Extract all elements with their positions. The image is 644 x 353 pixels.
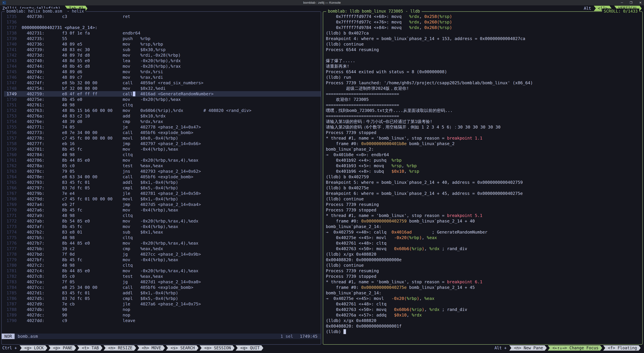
editor-line[interactable]: 1745402749:48 89 d6mov %rdx,%rsi — [4, 69, 321, 74]
keybind-label: QUIT — [250, 346, 260, 350]
terminal-line: → 0x402759 <+40>: callq 0x4016ad ; Gener… — [326, 229, 642, 235]
editor-code-area[interactable]: 1735402730:c3ret173617370000000000402731… — [2, 14, 321, 334]
editor-line[interactable]: 1760402784:48 98cltq — [4, 152, 321, 157]
editor-line[interactable]: 1741402739:48 83 ec 30sub $0x30,%rsp — [4, 47, 321, 52]
lldb-pane-title: bomblab: lldb bomb_linux 723005 - lldb — [326, 8, 422, 14]
terminal-line: 0x402763 <+50>: movq 0x60b6(%rip), %rdx … — [326, 246, 642, 252]
editor-line[interactable]: 176440278e:e8 63 34 00 00call 405bf6 <ex… — [4, 174, 321, 180]
editor-line[interactable]: 1751402761:48 98cltq — [4, 102, 321, 108]
editor-line[interactable]: 17744027b2:83 e8 01sub $0x1,%eax — [4, 229, 321, 235]
editor-line[interactable]: 1743402740:48 8d 55 e0lea -0x20(%rbp),%r… — [4, 58, 321, 63]
editor-line[interactable]: 1744402744:48 8b 45 d8mov -0x28(%rbp),%r… — [4, 63, 321, 69]
keybind-pill[interactable]: <←↑↓→> Change Focus — [548, 345, 602, 351]
keybind-key: <q> — [240, 346, 248, 350]
editor-line[interactable]: 17854027d1:83 45 fc 01addl $0x1,-0x4(%rb… — [4, 290, 321, 296]
terminal-line: Process 7739 resuming — [326, 268, 642, 274]
keybind-label: SEARCH — [180, 346, 195, 350]
keybind-pill[interactable]: <h> MOVE — [137, 345, 165, 351]
terminal-line: (lldb) run — [326, 74, 642, 80]
editor-line[interactable]: 17724027ab:8b 54 85 e0mov -0x20(%rbp,%ra… — [4, 218, 321, 224]
editor-line[interactable]: 1736 — [4, 19, 321, 25]
editor-line[interactable]: 1765402793:83 45 fc 01addl $0x1,-0x4(%rb… — [4, 180, 321, 185]
cursor-position: 1749:45 — [300, 334, 318, 339]
editor-line[interactable]: 17694027a4:eb 2fjmp 4027d5 <phase_2_14+0… — [4, 202, 321, 207]
editor-line[interactable]: 17370000000000402731 <phase_2_14>: — [4, 25, 321, 30]
terminal-line: Breakpoint 5: where = bomb_linux`phase_2… — [326, 180, 642, 185]
mode-indicator: NOR — [2, 334, 14, 339]
editor-line[interactable]: 17834027ca:7f 05jg 4027d1 <phase_2_14+0x… — [4, 279, 321, 285]
editor-line[interactable]: 17794027bf:8b 45 fcmov -0x4(%rbp),%eax — [4, 257, 321, 263]
close-button[interactable]: ✕ — [639, 1, 642, 4]
editor-line[interactable]: 1752402763:48 8b 15 b6 60 00 00mov 0x60b… — [4, 108, 321, 113]
editor-line[interactable]: 17704027a6:8b 45 fcmov -0x4(%rbp),%eax — [4, 207, 321, 213]
terminal-line: 0x7ffff7fd977c <+76>: movq %rdx, 0x260(%… — [326, 19, 642, 25]
terminal-line: (lldb) x/gx 0x408820 — [326, 252, 642, 257]
keybind-label: RESIZE — [118, 346, 132, 350]
editor-line[interactable]: 1757402778:c7 45 fc 00 00 00 00movl $0x0… — [4, 135, 321, 141]
keybind-key: <g> — [24, 346, 32, 350]
keybind-group-left: <g> LOCK <p> PANE <t> TAB <n> RESIZE <h>… — [20, 345, 264, 351]
editor-line[interactable]: 1759402781:8b 45 fcmov -0x4(%rbp),%eax — [4, 146, 321, 152]
keybind-label: LOCK — [34, 346, 44, 350]
editor-line[interactable]: 176340278c:79 05jns 402793 <phase_2_14+0… — [4, 169, 321, 174]
editor-line[interactable]: 17814027c4:8b 44 85 e0mov -0x20(%rbp,%ra… — [4, 268, 321, 274]
terminal-line: Process 6544 exited with status = 8 (0x0… — [326, 69, 642, 74]
editor-line[interactable]: 176740279b:7e e4jle 402781 <phase_2_14+0… — [4, 191, 321, 196]
editor-line[interactable]: 174740274f:e8 5b 32 00 00call 4059af <re… — [4, 80, 321, 86]
editor-line[interactable]: 176840279d:c7 45 fc 01 00 00 00movl $0x1… — [4, 196, 321, 202]
keybind-pill[interactable]: <f> Floating — [603, 345, 641, 351]
editor-line[interactable]: 175040275e:8b 45 e0mov -0x20(%rbp),%eax — [4, 97, 321, 102]
editor-line[interactable]: 17764027b7:8b 44 85 e0mov -0x20(%rbp,%ra… — [4, 240, 321, 246]
editor-line[interactable]: 1740402736:48 89 e5mov %rsp,%rbp — [4, 41, 321, 47]
keybind-pill[interactable]: <n> RESIZE — [104, 345, 136, 351]
keybind-pill[interactable]: <g> LOCK — [20, 345, 48, 351]
editor-line[interactable]: 17804027c2:48 98cltq — [4, 263, 321, 268]
terminal-line: * thread #1, name = 'bomb_linux', stop r… — [326, 213, 642, 218]
editor-line[interactable]: 1761402786:8b 44 85 e0mov -0x20(%rbp,%ra… — [4, 157, 321, 163]
editor-line[interactable]: 17714027a9:48 98cltq — [4, 213, 321, 218]
editor-line[interactable]: 175840277f:eb 16jmp 402797 <phase_2_14+0… — [4, 141, 321, 146]
editor-line[interactable]: 17864027d5:83 7d fc 05cmpl $0x5,-0x4(%rb… — [4, 296, 321, 301]
editor-line[interactable]: 1755402771:74 05je 402778 <phase_2_14+0x… — [4, 124, 321, 130]
keybind-pill[interactable]: <p> PANE — [48, 345, 76, 351]
keybind-pill[interactable]: <o> SESSION — [200, 345, 234, 351]
editor-line[interactable]: 17874027d9:7e cbjle 4027a6 <phase_2_14+0… — [4, 301, 321, 307]
window-title: bomblab : zellij — Konsole — [0, 1, 644, 4]
editor-line[interactable]: 17824027c8:85 c0test %eax,%eax — [4, 274, 321, 279]
keybind-pill[interactable]: <t> TAB — [77, 345, 102, 351]
editor-line[interactable]: 17904027dd:c9leave — [4, 318, 321, 323]
editor-line[interactable]: 1748402754:bf 32 00 00 00mov $0x32,%edi — [4, 86, 321, 91]
keybind-pill[interactable]: <q> QUIT — [236, 345, 264, 351]
editor-line[interactable]: 1738402731:f3 0f 1e faendbr64 — [4, 30, 321, 36]
editor-line[interactable]: 176240278a:85 c0test %eax,%eax — [4, 163, 321, 169]
terminal-line: 0x401b92 <+4>: pushq %rbp — [326, 157, 642, 163]
editor-line[interactable]: 17754027b5:48 98cltq — [4, 235, 321, 240]
editor-line[interactable]: 17884027db:90nop — [4, 307, 321, 312]
keybind-label: TAB — [92, 346, 99, 350]
alt-hint-label: Alt — [584, 6, 591, 11]
editor-line[interactable]: 174240273d:48 89 7d d8mov %rdi,-0x28(%rb… — [4, 52, 321, 58]
helix-pane[interactable]: bomblab: helix bomb.asm - helix 17354027… — [1, 11, 321, 345]
editor-line[interactable]: 175340276a:48 83 c2 10add $0x10,%rdx — [4, 113, 321, 119]
terminal-line: 0x7ffff7fd9784 <+84>: movq %rdx, 0x268(%… — [326, 25, 642, 30]
editor-line[interactable]: 17844027cc:e8 25 34 00 00call 405bf6 <ex… — [4, 285, 321, 290]
terminal-line: bomb_linux`phase_2: — [326, 146, 642, 152]
maximize-button[interactable]: ❐ — [630, 1, 632, 4]
editor-line[interactable]: 1756402773:e8 7e 34 00 00call 405bf6 <ex… — [4, 130, 321, 135]
editor-line[interactable]: 175440276e:48 39 d0cmp %rdx,%rax — [4, 119, 321, 124]
editor-line[interactable]: 1735402730:c3ret — [4, 14, 321, 19]
editor-line[interactable]: 1739402735:55push %rbp — [4, 36, 321, 41]
keybind-pill[interactable]: <n> New Pane — [509, 345, 547, 351]
editor-line[interactable]: 174640274c:48 89 c7mov %rax,%rdi — [4, 74, 321, 80]
terminal-line: (lldb) b 0x40275e — [326, 185, 642, 191]
keybind-pill[interactable]: <s> SEARCH — [166, 345, 198, 351]
terminal-line: (lldb) — [326, 329, 642, 335]
editor-line[interactable]: 17774027bb:39 c2cmp %eax,%edx — [4, 246, 321, 252]
editor-line[interactable]: 17784027bd:7f 0djg 4027cc <phase_2_14+0x… — [4, 252, 321, 257]
editor-line[interactable]: 1749402759:e8 4f ef ff ffcall 4016ad <Ge… — [4, 91, 321, 97]
editor-line[interactable]: 1766402797:83 7d fc 05cmpl $0x5,-0x4(%rb… — [4, 185, 321, 191]
editor-line[interactable]: 17894027dc:90nop — [4, 312, 321, 318]
editor-line[interactable]: 17734027af:8b 45 fcmov -0x4(%rbp),%eax — [4, 224, 321, 229]
lldb-pane[interactable]: bomblab: lldb bomb_linux 723005 - lldb S… — [323, 11, 643, 345]
minimize-button[interactable]: ─ — [621, 1, 623, 4]
